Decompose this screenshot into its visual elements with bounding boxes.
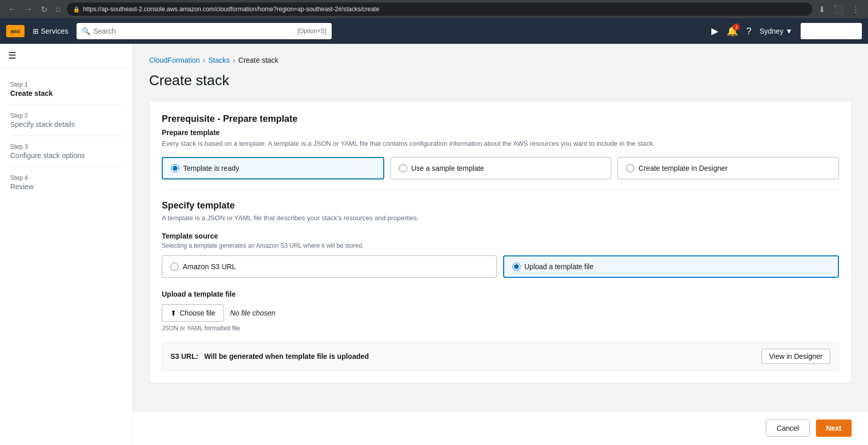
cancel-label: Cancel <box>777 424 799 432</box>
main-layout: ☰ Step 1 Create stack Step 2 Specify sta… <box>0 44 868 445</box>
home-button[interactable]: ⌂ <box>54 3 63 16</box>
breadcrumb-current: Create stack <box>238 56 279 64</box>
step-3-number: Step 3 <box>10 143 122 150</box>
download-icon[interactable]: ⬇ <box>816 4 827 15</box>
template-source-group: Amazon S3 URL Upload a template file <box>162 255 839 278</box>
back-button[interactable]: ← <box>6 3 18 16</box>
template-source-sublabel: Selecting a template generates an Amazon… <box>162 242 839 249</box>
address-bar[interactable]: 🔒 https://ap-southeast-2.console.aws.ama… <box>67 3 812 16</box>
s3-url-row: S3 URL: Will be generated when template … <box>162 342 839 371</box>
search-shortcut: [Option+S] <box>297 28 327 35</box>
search-icon: 🔍 <box>82 27 90 35</box>
specify-template-title: Specify template <box>162 200 839 211</box>
step-1-item[interactable]: Step 1 Create stack <box>0 76 132 102</box>
hamburger-icon: ☰ <box>8 50 16 61</box>
step-2-item[interactable]: Step 2 Specify stack details <box>0 107 132 134</box>
file-format-hint: JSON or YAML formatted file <box>162 325 839 332</box>
terminal-icon[interactable]: ▶ <box>711 25 718 37</box>
prepare-description: Every stack is based on a template. A te… <box>162 139 839 149</box>
browser-chrome: ← → ↻ ⌂ 🔒 https://ap-southeast-2.console… <box>0 0 868 18</box>
upload-row: ⬆ Choose file No file chosen <box>162 304 839 322</box>
sample-template-option[interactable]: Use a sample template <box>390 157 612 179</box>
next-label: Next <box>826 424 841 432</box>
designer-option[interactable]: Create template in Designer <box>617 157 839 179</box>
template-source-label: Template source <box>162 232 839 240</box>
s3-url-value: Will be generated when template file is … <box>204 352 369 360</box>
forward-button[interactable]: → <box>22 3 35 16</box>
upload-file-radio[interactable] <box>512 263 520 271</box>
search-input[interactable] <box>93 27 294 35</box>
aws-logo-text: aws <box>11 29 20 34</box>
step-list: Step 1 Create stack Step 2 Specify stack… <box>0 68 132 204</box>
step-4-label: Review <box>10 182 122 191</box>
browser-toolbar-right: ⬇ ⬛ ⋮ <box>816 4 862 15</box>
sample-template-label[interactable]: Use a sample template <box>411 164 484 172</box>
template-ready-radio[interactable] <box>171 164 179 172</box>
help-icon[interactable]: ? <box>746 26 751 37</box>
step-1-number: Step 1 <box>10 81 122 88</box>
breadcrumb-cloudformation[interactable]: CloudFormation <box>149 56 200 64</box>
s3-url-display: S3 URL: Will be generated when template … <box>170 352 369 360</box>
notifications-icon[interactable]: 🔔 1 <box>727 25 738 37</box>
view-in-designer-button[interactable]: View in Designer <box>761 349 830 364</box>
no-file-text: No file chosen <box>230 309 276 317</box>
topnav-right: ▶ 🔔 1 ? Sydney ▼ <box>711 23 862 39</box>
choose-file-button[interactable]: ⬆ Choose file <box>162 304 224 322</box>
step-divider-1 <box>10 104 122 105</box>
breadcrumb: CloudFormation › Stacks › Create stack <box>149 56 852 64</box>
breadcrumb-stacks[interactable]: Stacks <box>208 56 230 64</box>
designer-label[interactable]: Create template in Designer <box>638 164 727 172</box>
services-label: Services <box>41 27 68 35</box>
notification-badge: 1 <box>733 23 740 31</box>
search-bar[interactable]: 🔍 [Option+S] <box>77 23 332 39</box>
upload-icon: ⬆ <box>170 309 177 317</box>
step-4-number: Step 4 <box>10 174 122 181</box>
template-ready-option[interactable]: Template is ready <box>162 157 384 179</box>
account-box <box>801 23 862 39</box>
page-title: Create stack <box>149 72 852 89</box>
prerequisite-title: Prerequisite - Prepare template <box>162 114 839 124</box>
services-button[interactable]: ⊞ Services <box>29 25 72 37</box>
extensions-icon[interactable]: ⬛ <box>831 4 846 15</box>
region-arrow: ▼ <box>785 27 792 35</box>
s3-url-key: S3 URL: <box>170 352 198 360</box>
step-1-label: Create stack <box>10 89 122 97</box>
region-label: Sydney <box>759 27 783 35</box>
s3-url-label[interactable]: Amazon S3 URL <box>183 263 236 271</box>
content-area: CloudFormation › Stacks › Create stack C… <box>133 44 868 411</box>
prepare-label: Prepare template <box>162 128 839 137</box>
prepare-template-radio-group: Template is ready Use a sample template … <box>162 157 839 179</box>
breadcrumb-separator-1: › <box>203 56 206 64</box>
step-divider-2 <box>10 136 122 136</box>
aws-topnav: aws ⊞ Services 🔍 [Option+S] ▶ 🔔 1 ? Sydn… <box>0 18 868 44</box>
designer-radio[interactable] <box>626 164 634 172</box>
region-button[interactable]: Sydney ▼ <box>759 27 792 35</box>
sample-template-radio[interactable] <box>399 164 407 172</box>
upload-label: Upload a template file <box>162 290 839 298</box>
next-button[interactable]: Next <box>816 420 852 437</box>
choose-file-label: Choose file <box>180 309 215 317</box>
s3-url-option[interactable]: Amazon S3 URL <box>162 255 497 278</box>
upload-file-label[interactable]: Upload a template file <box>525 263 593 271</box>
card-divider <box>162 190 839 190</box>
step-4-item[interactable]: Step 4 Review <box>0 169 132 196</box>
footer: Cancel Next <box>133 411 868 445</box>
aws-logo: aws <box>6 25 24 37</box>
step-3-item[interactable]: Step 3 Configure stack options <box>0 138 132 165</box>
step-2-label: Specify stack details <box>10 120 122 128</box>
hamburger-menu[interactable]: ☰ <box>0 44 132 68</box>
template-ready-label[interactable]: Template is ready <box>183 164 239 172</box>
menu-icon[interactable]: ⋮ <box>850 4 862 15</box>
cancel-button[interactable]: Cancel <box>766 420 810 437</box>
step-3-label: Configure stack options <box>10 151 122 160</box>
view-designer-label: View in Designer <box>769 352 823 360</box>
s3-url-radio[interactable] <box>170 263 179 271</box>
refresh-button[interactable]: ↻ <box>39 3 49 16</box>
sidebar: ☰ Step 1 Create stack Step 2 Specify sta… <box>0 44 133 445</box>
breadcrumb-separator-2: › <box>233 56 235 64</box>
specify-template-description: A template is a JSON or YAML file that d… <box>162 214 839 222</box>
upload-file-option[interactable]: Upload a template file <box>503 255 839 278</box>
grid-icon: ⊞ <box>33 27 39 35</box>
step-2-number: Step 2 <box>10 112 122 119</box>
url-text: https://ap-southeast-2.console.aws.amazo… <box>83 6 380 13</box>
